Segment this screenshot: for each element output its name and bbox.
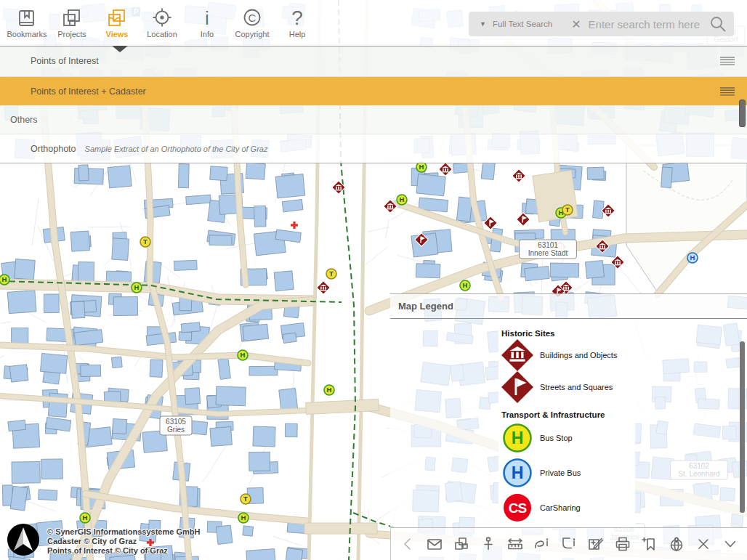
- views-section-others: Others: [0, 105, 747, 134]
- legend-item-label: Streets and Squares: [540, 383, 613, 391]
- svg-text:T: T: [243, 495, 248, 503]
- search-clear-icon[interactable]: ✕: [571, 17, 581, 31]
- legend-section-title: Transport & Infrastructure: [501, 410, 635, 419]
- svg-text:H: H: [134, 283, 140, 291]
- search-mode-dropdown-icon[interactable]: ▼: [480, 20, 486, 28]
- views-icon: [106, 7, 128, 29]
- toolbar-item-help[interactable]: ? Help: [275, 1, 320, 45]
- svg-text:T: T: [329, 269, 334, 277]
- view-subtitle: Sample Extract of an Orthophoto of the C…: [85, 145, 268, 153]
- legend-item-carsharing: CS CarSharing: [500, 490, 635, 525]
- legend-item-label: Bus Stop: [540, 434, 573, 442]
- bookmarks-icon: [16, 7, 38, 29]
- svg-text:H: H: [241, 351, 246, 359]
- diamond-flag-icon: [500, 371, 535, 403]
- toolbar-item-info[interactable]: i Info: [185, 1, 230, 45]
- help-icon: ?: [286, 7, 308, 29]
- drag-handle-icon[interactable]: [719, 86, 735, 96]
- legend-body: Historic Sites Buildings and Objects: [390, 319, 747, 527]
- bus-stop-icon: H: [500, 421, 535, 455]
- chevron-left-icon[interactable]: [397, 533, 419, 555]
- toolbar-item-label: Copyright: [235, 30, 269, 38]
- synergis-logo: [6, 522, 41, 560]
- search-input[interactable]: [587, 17, 708, 31]
- legend-header[interactable]: Map Legend: [390, 293, 747, 319]
- toolbar-item-label: Info: [201, 30, 214, 38]
- map-attribution: © SynerGIS Informationssysteme GmbH Cada…: [6, 522, 200, 560]
- diamond-temple-icon: [500, 339, 535, 371]
- svg-text:H: H: [419, 163, 424, 171]
- svg-text:T: T: [143, 238, 148, 245]
- svg-text:?: ?: [291, 7, 303, 29]
- svg-text:H: H: [400, 195, 405, 203]
- svg-text:T: T: [565, 206, 570, 214]
- draw-edit-icon[interactable]: [585, 533, 607, 555]
- attribution-line: Points of Interest © City of Graz: [47, 546, 200, 556]
- svg-text:H: H: [2, 275, 7, 283]
- svg-text:63105: 63105: [166, 418, 186, 426]
- svg-text:H: H: [512, 463, 524, 482]
- bottom-toolbar: [390, 527, 747, 560]
- projects-icon: [61, 7, 83, 29]
- legend-section-title: Historic Sites: [501, 329, 635, 338]
- svg-text:H: H: [327, 386, 332, 394]
- toolbar-item-location[interactable]: Location: [140, 1, 185, 45]
- view-row-points-of-interest-cadaster-active[interactable]: Points of Interest + Cadaster: [0, 77, 747, 105]
- legend-item-streets-squares: Streets and Squares: [500, 371, 635, 403]
- globe-location-icon[interactable]: [666, 533, 687, 555]
- mail-icon[interactable]: [424, 533, 445, 555]
- map-legend-panel: Map Legend Historic Sites: [390, 293, 747, 527]
- views-panel: Points of Interest Points of Interest + …: [0, 46, 747, 163]
- toolbar-item-label: Help: [289, 30, 306, 38]
- legend-item-buildings-objects: Buildings and Objects: [500, 339, 635, 371]
- select-features-icon[interactable]: [451, 533, 472, 555]
- attribution-line: Cadaster © City of Graz: [47, 537, 200, 546]
- search-mode-label[interactable]: Full Text Search: [493, 20, 552, 28]
- svg-text:i: i: [205, 7, 209, 29]
- gis-app-window: HHHHHHHHHHTTTTHP63101Innere Stadt63105Gr…: [0, 0, 747, 560]
- svg-text:H: H: [83, 514, 88, 522]
- toolbar-item-views[interactable]: Views: [94, 1, 140, 45]
- carsharing-icon: CS: [500, 490, 535, 525]
- chevron-down-icon[interactable]: [719, 533, 741, 555]
- pin-icon[interactable]: [477, 533, 499, 555]
- views-active-caret: [112, 46, 128, 52]
- legend-scrollbar-thumb[interactable]: [740, 341, 745, 513]
- svg-text:Gries: Gries: [167, 426, 185, 434]
- views-scrollbar-thumb[interactable]: [739, 100, 746, 127]
- add-bookmark-icon[interactable]: [639, 533, 661, 555]
- search-icon[interactable]: [708, 15, 727, 33]
- section-label: Others: [10, 115, 38, 125]
- svg-text:C: C: [249, 12, 257, 24]
- legend-item-label: Buildings and Objects: [540, 351, 617, 360]
- drag-handle-icon[interactable]: [719, 57, 735, 66]
- toolbar-item-label: Views: [106, 30, 129, 38]
- legend-item-label: Private Bus: [540, 468, 581, 477]
- svg-text:H: H: [241, 514, 246, 522]
- legend-title: Map Legend: [398, 301, 453, 312]
- copyright-icon: C: [241, 7, 263, 29]
- toolbar-item-copyright[interactable]: C Copyright: [230, 1, 275, 45]
- view-row-orthophoto[interactable]: Orthophoto Sample Extract of an Orthopho…: [0, 134, 747, 163]
- toolbar-item-label: Projects: [57, 30, 86, 38]
- identify-area-icon[interactable]: [558, 533, 580, 555]
- view-label: Orthophoto: [31, 144, 76, 154]
- toolbar-item-label: Bookmarks: [7, 30, 47, 38]
- close-icon[interactable]: [693, 533, 714, 555]
- svg-text:H: H: [463, 281, 468, 289]
- measure-icon[interactable]: [504, 533, 526, 555]
- identify-line-icon[interactable]: [531, 533, 553, 555]
- svg-text:Innere Stadt: Innere Stadt: [528, 249, 568, 257]
- search-bar: ▼ Full Text Search ✕: [469, 12, 734, 36]
- svg-text:63101: 63101: [538, 241, 558, 249]
- svg-text:H: H: [512, 429, 524, 447]
- view-label: Points of Interest: [31, 56, 99, 66]
- toolbar-item-projects[interactable]: Projects: [49, 1, 94, 45]
- location-icon: [151, 7, 173, 29]
- toolbar-item-bookmarks[interactable]: Bookmarks: [4, 1, 49, 45]
- print-icon[interactable]: [612, 533, 634, 555]
- private-bus-icon: H: [500, 455, 535, 490]
- legend-item-private-bus: H Private Bus: [500, 455, 635, 490]
- svg-text:H: H: [690, 253, 695, 261]
- info-icon: i: [196, 7, 218, 29]
